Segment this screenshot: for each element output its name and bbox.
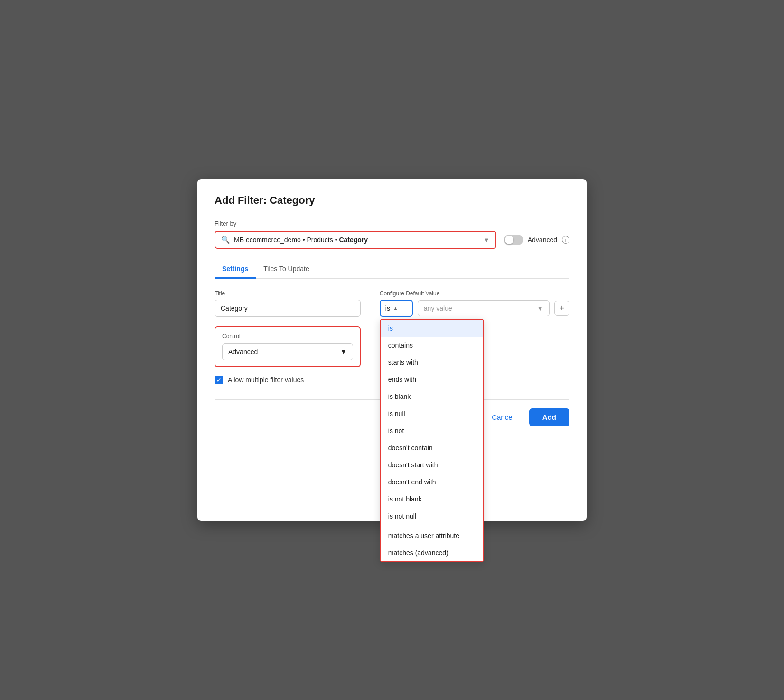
dropdown-item-ends-with[interactable]: ends with bbox=[381, 371, 483, 388]
operator-select[interactable]: is ▲ bbox=[380, 300, 413, 317]
advanced-toggle-row: Advanced i bbox=[504, 235, 569, 245]
search-icon: 🔍 bbox=[221, 236, 230, 244]
allow-multiple-checkbox[interactable]: ✓ bbox=[215, 376, 223, 384]
control-box: Control Advanced ▼ bbox=[215, 326, 361, 367]
dropdown-item-starts-with[interactable]: starts with bbox=[381, 354, 483, 371]
chevron-up-icon: ▲ bbox=[393, 305, 398, 311]
dropdown-item-doesnt-end-with[interactable]: doesn't end with bbox=[381, 473, 483, 491]
chevron-down-icon: ▼ bbox=[484, 236, 490, 244]
dialog-title: Add Filter: Category bbox=[215, 194, 569, 207]
chevron-down-icon: ▼ bbox=[340, 348, 347, 356]
operator-dropdown-menu: is contains starts with ends with is bla… bbox=[380, 319, 484, 562]
form-left: Title Control Advanced ▼ ✓ Allow multipl… bbox=[215, 290, 361, 384]
dropdown-item-matches-user-attr[interactable]: matches a user attribute bbox=[381, 527, 483, 544]
tab-settings[interactable]: Settings bbox=[215, 260, 256, 279]
cancel-button[interactable]: Cancel bbox=[484, 409, 522, 425]
tabs-row: Settings Tiles To Update bbox=[215, 260, 569, 279]
dropdown-item-is-blank[interactable]: is blank bbox=[381, 388, 483, 405]
advanced-toggle-label: Advanced bbox=[528, 236, 557, 244]
title-input[interactable] bbox=[215, 300, 361, 317]
dropdown-item-is-null[interactable]: is null bbox=[381, 405, 483, 422]
plus-button[interactable]: + bbox=[554, 301, 569, 316]
value-placeholder: any value bbox=[424, 304, 452, 312]
control-select[interactable]: Advanced ▼ bbox=[222, 343, 353, 360]
filter-by-row: 🔍 MB ecommerce_demo • Products • Categor… bbox=[215, 231, 569, 249]
filter-field-selector[interactable]: 🔍 MB ecommerce_demo • Products • Categor… bbox=[215, 231, 496, 249]
filter-by-label: Filter by bbox=[215, 220, 569, 227]
checkbox-row: ✓ Allow multiple filter values bbox=[215, 376, 361, 384]
allow-multiple-label: Allow multiple filter values bbox=[228, 376, 304, 384]
title-label: Title bbox=[215, 290, 361, 297]
advanced-info-icon[interactable]: i bbox=[562, 236, 569, 244]
dropdown-item-is-not-blank[interactable]: is not blank bbox=[381, 491, 483, 508]
advanced-toggle-switch[interactable] bbox=[504, 235, 523, 245]
form-section: Title Control Advanced ▼ ✓ Allow multipl… bbox=[215, 290, 569, 384]
dropdown-item-is-not-null[interactable]: is not null bbox=[381, 508, 483, 525]
dropdown-item-contains[interactable]: contains bbox=[381, 337, 483, 354]
dropdown-item-is[interactable]: is bbox=[381, 320, 483, 337]
toggle-knob bbox=[505, 236, 513, 244]
dropdown-item-doesnt-start-with[interactable]: doesn't start with bbox=[381, 456, 483, 473]
operator-dropdown-container: is ▲ is contains starts with ends with i… bbox=[380, 300, 413, 317]
dropdown-item-matches-advanced[interactable]: matches (advanced) bbox=[381, 544, 483, 561]
configure-default-label: Configure Default Value bbox=[380, 290, 569, 297]
dropdown-item-doesnt-contain[interactable]: doesn't contain bbox=[381, 439, 483, 456]
operator-value: is bbox=[385, 304, 390, 312]
chevron-down-icon: ▼ bbox=[537, 304, 543, 312]
add-filter-dialog: Add Filter: Category Filter by 🔍 MB ecom… bbox=[197, 179, 587, 521]
control-label: Control bbox=[222, 333, 353, 340]
form-right: Configure Default Value is ▲ is contains… bbox=[380, 290, 569, 384]
add-button[interactable]: Add bbox=[529, 408, 569, 426]
tab-tiles-to-update[interactable]: Tiles To Update bbox=[256, 260, 317, 279]
value-select[interactable]: any value ▼ bbox=[418, 300, 550, 316]
configure-default-row: is ▲ is contains starts with ends with i… bbox=[380, 300, 569, 317]
filter-field-text: MB ecommerce_demo • Products • Category bbox=[234, 236, 480, 244]
dropdown-divider bbox=[381, 526, 483, 526]
dropdown-item-is-not[interactable]: is not bbox=[381, 422, 483, 439]
